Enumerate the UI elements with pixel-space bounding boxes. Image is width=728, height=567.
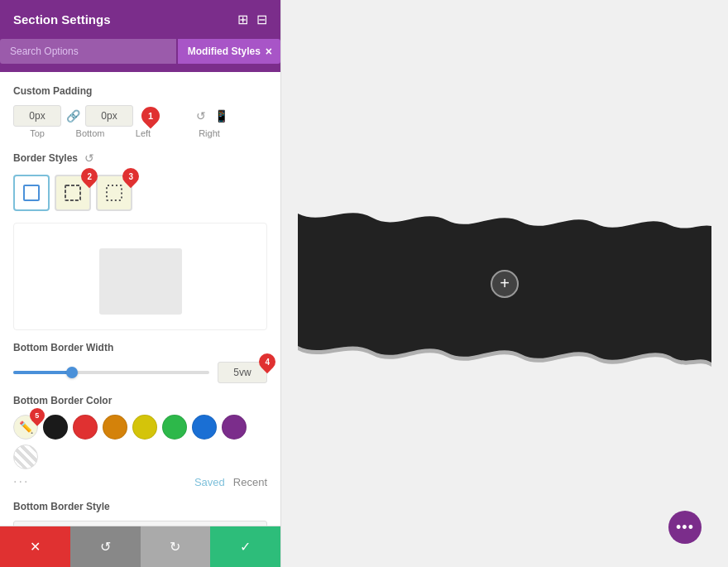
modified-styles-label: Modified Styles bbox=[188, 46, 261, 57]
badge-2-number: 2 bbox=[87, 172, 92, 181]
save-icon: ✓ bbox=[240, 539, 251, 555]
badge-3-number: 3 bbox=[128, 172, 133, 181]
bottom-border-width-label: Bottom Border Width bbox=[13, 342, 267, 353]
badge-5-number: 5 bbox=[35, 411, 39, 420]
header-icons: ⊞ ⊟ bbox=[237, 12, 267, 27]
panel-content: Custom Padding 🔗 1 ↺ 📱 Top Bottom Left R… bbox=[0, 72, 280, 526]
color-swatch-0-wrap: ✏️ 5 bbox=[13, 415, 38, 440]
left-label: Left bbox=[119, 128, 167, 138]
border-styles-options: 2 3 bbox=[13, 175, 267, 211]
slider-thumb[interactable] bbox=[66, 367, 78, 378]
panel-header: Section Settings ⊞ ⊟ bbox=[0, 0, 280, 39]
color-swatch-red[interactable] bbox=[73, 415, 98, 440]
bottom-label: Bottom bbox=[66, 128, 114, 138]
link-icon[interactable]: 🔗 bbox=[66, 109, 80, 123]
bottom-border-color-label: Bottom Border Color bbox=[13, 395, 267, 406]
padding-labels: Top Bottom Left Right bbox=[13, 128, 267, 138]
color-swatch-striped[interactable] bbox=[13, 444, 38, 469]
saved-colors-label[interactable]: Saved bbox=[194, 476, 225, 488]
svg-rect-1 bbox=[65, 185, 80, 200]
top-padding-input[interactable] bbox=[13, 105, 61, 127]
canvas-area: + ••• bbox=[281, 0, 728, 567]
border-option-solid[interactable] bbox=[13, 175, 50, 211]
plus-icon: + bbox=[500, 274, 510, 293]
border-styles-label: Border Styles ↺ bbox=[13, 150, 267, 166]
color-labels-row: ··· Saved Recent bbox=[13, 474, 267, 489]
color-swatch-black[interactable] bbox=[43, 415, 68, 440]
badge1-wrap: 1 bbox=[141, 107, 160, 125]
search-options[interactable]: Search Options bbox=[0, 39, 176, 64]
border-style-select[interactable]: Solid Dashed Dotted Double bbox=[13, 521, 267, 526]
cancel-button[interactable]: ✕ bbox=[0, 526, 70, 567]
undo-button[interactable]: ↺ bbox=[70, 526, 141, 567]
bottom-border-style-label: Bottom Border Style bbox=[13, 501, 267, 512]
color-swatches-row: ✏️ 5 bbox=[13, 415, 267, 469]
svg-rect-2 bbox=[107, 185, 122, 200]
color-swatch-orange[interactable] bbox=[103, 415, 127, 440]
border-option-2-wrap: 2 bbox=[55, 175, 91, 211]
mobile-padding-btn[interactable]: 📱 bbox=[213, 108, 230, 124]
recent-colors-label[interactable]: Recent bbox=[233, 476, 267, 488]
slider-value-wrap: 4 bbox=[218, 362, 267, 383]
left-panel: Section Settings ⊞ ⊟ Search Options Modi… bbox=[0, 0, 281, 567]
badge-1-number: 1 bbox=[148, 111, 153, 121]
panel-footer: ✕ ↺ ↻ ✓ bbox=[0, 526, 280, 567]
cancel-icon: ✕ bbox=[30, 539, 41, 555]
border-option-3-wrap: 3 bbox=[96, 175, 132, 211]
reset-padding-btn[interactable]: ↺ bbox=[194, 108, 208, 124]
color-swatch-yellow[interactable] bbox=[132, 415, 157, 440]
svg-rect-0 bbox=[24, 185, 39, 200]
redo-icon: ↻ bbox=[170, 539, 180, 555]
panel-title: Section Settings bbox=[13, 12, 111, 26]
slider-wrap[interactable] bbox=[13, 371, 209, 374]
slider-row: 4 bbox=[13, 362, 267, 383]
more-options-button[interactable]: ••• bbox=[668, 511, 702, 544]
slider-fill bbox=[13, 371, 72, 374]
ellipsis-icon: ••• bbox=[676, 519, 694, 536]
modified-styles-badge: Modified Styles × bbox=[176, 39, 280, 64]
color-swatch-green[interactable] bbox=[162, 415, 187, 440]
modified-styles-close[interactable]: × bbox=[266, 46, 272, 57]
badge-4-number: 4 bbox=[265, 358, 270, 367]
slider-track bbox=[13, 371, 209, 374]
top-label: Top bbox=[13, 128, 61, 138]
search-bar: Search Options Modified Styles × bbox=[0, 39, 280, 72]
collapse-icon[interactable]: ⊟ bbox=[256, 12, 267, 27]
badge-1: 1 bbox=[137, 103, 163, 128]
color-swatch-purple[interactable] bbox=[222, 415, 247, 440]
border-preview-inner bbox=[99, 248, 182, 315]
expand-icon[interactable]: ⊞ bbox=[237, 12, 248, 27]
right-label: Right bbox=[185, 128, 233, 138]
custom-padding-label: Custom Padding bbox=[13, 85, 267, 97]
padding-inputs-row: 🔗 1 ↺ 📱 bbox=[13, 105, 267, 127]
save-button[interactable]: ✓ bbox=[210, 526, 280, 567]
more-colors-icon[interactable]: ··· bbox=[13, 474, 29, 489]
border-preview bbox=[13, 223, 267, 330]
undo-icon: ↺ bbox=[100, 539, 111, 555]
color-swatch-blue[interactable] bbox=[192, 415, 217, 440]
bottom-padding-input[interactable] bbox=[85, 105, 133, 127]
reset-border-btn[interactable]: ↺ bbox=[83, 150, 96, 166]
border-style-select-wrap: Solid Dashed Dotted Double ▾ bbox=[13, 521, 267, 526]
redo-button[interactable]: ↻ bbox=[141, 526, 211, 567]
add-section-button[interactable]: + bbox=[491, 270, 519, 298]
